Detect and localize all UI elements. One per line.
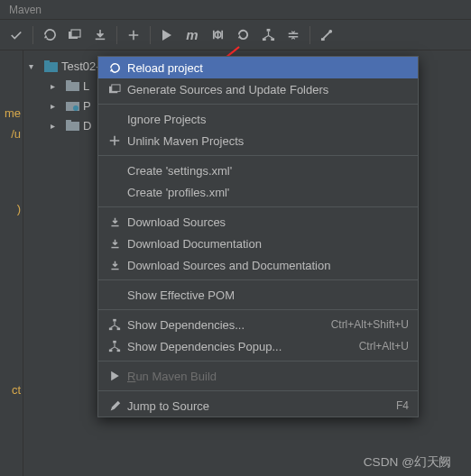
menu-item-generate-sources-and-update-folders[interactable]: Generate Sources and Update Folders (98, 78, 418, 100)
panel-header: Maven (0, 0, 471, 20)
svg-rect-20 (117, 328, 121, 331)
menu-shortcut: F4 (387, 399, 409, 412)
svg-point-13 (73, 105, 78, 111)
menu-separator (98, 309, 418, 310)
chevron-down-icon[interactable]: ▾ (29, 61, 40, 71)
menu-label: Download Sources (127, 215, 409, 229)
reload-icon (106, 61, 124, 75)
maven-toolbar: m (0, 20, 471, 50)
menu-item-run-maven-build: Run Maven Build (98, 365, 418, 387)
svg-rect-1 (71, 30, 80, 37)
generate-icon (106, 84, 124, 96)
watermark: CSDN @幻天阙 (364, 454, 451, 471)
menu-label: Download Documentation (127, 237, 409, 251)
menu-shortcut: Ctrl+Alt+Shift+U (322, 318, 409, 331)
separator (116, 26, 117, 44)
folder-icon (65, 78, 79, 93)
maven-m-icon[interactable]: m (180, 23, 205, 48)
menu-item-show-dependencies[interactable]: Show Dependencies...Ctrl+Alt+Shift+U (98, 314, 418, 335)
svg-rect-4 (262, 38, 265, 41)
menu-item-create-settings-xml[interactable]: Create 'settings.xml' (98, 160, 418, 181)
deps-icon (106, 340, 124, 352)
svg-rect-21 (113, 341, 116, 343)
menu-item-show-effective-pom[interactable]: Show Effective POM (98, 284, 418, 306)
folders-icon[interactable] (62, 23, 88, 48)
svg-rect-9 (44, 60, 50, 64)
svg-rect-3 (266, 29, 270, 32)
gear-folder-icon (65, 98, 79, 113)
menu-label: Create 'profiles.xml' (127, 186, 409, 199)
svg-rect-19 (109, 328, 113, 331)
menu-item-download-sources[interactable]: Download Sources (98, 211, 418, 233)
menu-label: Unlink Maven Projects (127, 134, 409, 148)
svg-rect-15 (66, 120, 71, 124)
menu-label: Create 'settings.xml' (127, 164, 409, 178)
run-icon[interactable] (154, 23, 180, 48)
menu-item-download-documentation[interactable]: Download Documentation (98, 233, 418, 254)
menu-separator (98, 155, 418, 156)
menu-label: Generate Sources and Update Folders (127, 83, 409, 96)
svg-rect-5 (271, 38, 274, 41)
run-icon (106, 371, 124, 381)
folder-icon (65, 118, 79, 133)
download-icon (106, 238, 124, 250)
panel-title: Maven (9, 4, 42, 16)
separator (32, 26, 33, 44)
menu-separator (98, 361, 418, 362)
menu-label: Run Maven Build (127, 370, 409, 383)
chevron-right-icon[interactable]: ▸ (51, 81, 61, 91)
menu-separator (98, 206, 418, 207)
svg-point-6 (328, 30, 332, 33)
svg-rect-11 (66, 80, 71, 84)
refresh-icon[interactable] (230, 23, 255, 48)
menu-item-show-dependencies-popup[interactable]: Show Dependencies Popup...Ctrl+Alt+U (98, 335, 418, 357)
chevron-right-icon[interactable]: ▸ (51, 101, 61, 111)
menu-separator (98, 104, 418, 105)
svg-rect-7 (320, 38, 324, 41)
svg-rect-22 (109, 350, 113, 352)
menu-item-reload-project[interactable]: Reload project (98, 57, 418, 78)
menu-label: Ignore Projects (127, 113, 409, 126)
maven-module-icon (43, 59, 58, 73)
menu-item-unlink-maven-projects[interactable]: Unlink Maven Projects (98, 130, 418, 151)
maven-context-menu: Reload projectGenerate Sources and Updat… (97, 56, 419, 417)
menu-label: Show Effective POM (127, 288, 409, 302)
svg-rect-17 (111, 84, 119, 90)
menu-item-ignore-projects[interactable]: Ignore Projects (98, 108, 418, 130)
unlink-icon (106, 134, 124, 147)
collapse-icon[interactable] (281, 23, 306, 48)
skip-tests-icon[interactable] (205, 23, 230, 48)
menu-separator (98, 390, 418, 391)
menu-label: Show Dependencies... (127, 318, 322, 332)
menu-label: Reload project (127, 61, 409, 75)
tree-label: P (83, 99, 91, 113)
settings-icon[interactable] (314, 23, 339, 48)
svg-rect-18 (113, 319, 116, 322)
add-icon[interactable] (121, 23, 146, 48)
tree-label: D (83, 119, 91, 133)
chevron-right-icon[interactable]: ▸ (51, 121, 61, 131)
download-icon (106, 260, 124, 271)
download-icon[interactable] (88, 23, 113, 48)
menu-shortcut: Ctrl+Alt+U (350, 340, 409, 352)
menu-label: Download Sources and Documentation (127, 259, 409, 272)
menu-label: Jump to Source (127, 399, 387, 413)
tree-label: L (83, 79, 89, 93)
menu-item-create-profiles-xml[interactable]: Create 'profiles.xml' (98, 181, 418, 203)
deps-icon (106, 318, 124, 331)
menu-separator (98, 279, 418, 280)
menu-item-jump-to-source[interactable]: Jump to SourceF4 (98, 395, 418, 416)
checkmark-icon[interactable] (4, 23, 29, 48)
edit-icon (106, 400, 124, 412)
separator (150, 26, 151, 44)
svg-rect-23 (117, 350, 121, 352)
reload-icon[interactable] (37, 23, 62, 48)
menu-label: Show Dependencies Popup... (127, 340, 350, 353)
editor-gutter: me /u ) ct (0, 50, 23, 476)
deps-icon[interactable] (255, 23, 281, 48)
separator (309, 26, 310, 44)
menu-item-download-sources-and-documentation[interactable]: Download Sources and Documentation (98, 254, 418, 276)
download-icon (106, 216, 124, 228)
